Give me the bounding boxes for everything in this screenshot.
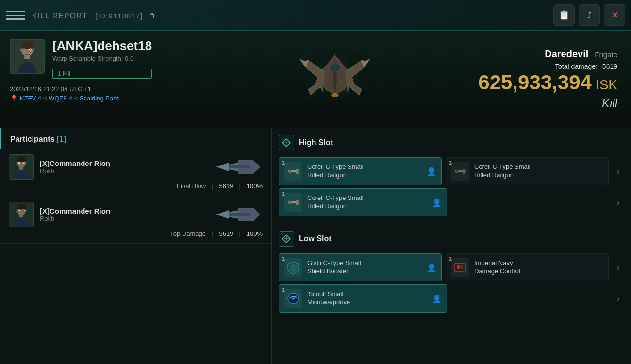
railgun-icon-1b: [451, 162, 469, 181]
svg-point-10: [30, 49, 31, 50]
participant-bottom-1: Final Blow | 5619 | 100%: [9, 182, 263, 190]
ship-type-line: Daredevil Frigate: [545, 49, 617, 60]
svg-point-32: [16, 209, 18, 212]
low-slot-header: Low Slot: [279, 229, 624, 248]
low-slot-item-1[interactable]: 1 Gistii C-Type SmallShield Booster 👤: [279, 253, 442, 281]
high-slot-row-1: 1 Coreli C-Type SmallRifled Railgun 👤: [279, 157, 624, 185]
timestamp: 2023/12/16 21:22:04 UTC +1: [10, 85, 214, 93]
outcome-label: Kill: [602, 97, 617, 110]
close-button[interactable]: ✕: [604, 4, 625, 26]
svg-rect-6: [21, 44, 33, 49]
participant-info-1: [X]Commander Rion Rokh: [40, 159, 208, 175]
svg-point-39: [18, 210, 19, 211]
svg-rect-57: [461, 265, 463, 269]
svg-point-9: [23, 49, 25, 50]
participants-panel: Participants [1]: [0, 128, 272, 364]
svg-point-21: [25, 162, 27, 165]
svg-rect-36: [17, 206, 25, 210]
svg-point-53: [288, 201, 291, 204]
isk-value: 625,933,394: [478, 72, 592, 93]
high-slot-item-2[interactable]: 1 Coreli C-Type SmallRifled Railgun 👤: [279, 188, 447, 216]
victim-details: [ANKA]dehset18 Warp Scramble Strength: 0…: [52, 39, 152, 79]
victim-name: [ANKA]dehset18: [52, 39, 152, 53]
participant-ship-img-1: [214, 158, 263, 176]
participant-ship-img-2: [214, 205, 263, 224]
menu-button[interactable]: [6, 5, 25, 25]
high-slot-section: High Slot 1 Coreli C-Type: [272, 128, 631, 224]
location-link[interactable]: KZFV-4 < WQZ8-4 < Scalding Pass: [20, 95, 119, 102]
participants-header: Participants [1]: [0, 128, 271, 149]
pin-icon: 📍: [10, 95, 18, 102]
participant-avatar-1: [9, 154, 34, 180]
svg-rect-4: [24, 55, 30, 59]
svg-rect-24: [17, 159, 25, 162]
svg-point-15: [331, 64, 339, 69]
report-id: [ID:9110817]: [95, 12, 143, 20]
svg-point-13: [331, 93, 339, 97]
high-slot-icon: [279, 135, 294, 150]
person-icon-4: 👤: [432, 294, 442, 303]
ship-image: [282, 41, 388, 118]
svg-rect-34: [19, 215, 23, 217]
victim-avatar: [10, 39, 45, 74]
participant-info-2: [X]Commander Rion Rokh: [40, 207, 208, 222]
svg-point-20: [16, 162, 18, 165]
isk-row: 625,933,394 ISK: [478, 72, 617, 93]
svg-point-45: [288, 170, 291, 173]
high-slot-row-2: 1 Coreli C-Type SmallRifled Railgun 👤: [279, 188, 624, 216]
equipment-panel: High Slot 1 Coreli C-Type: [272, 128, 631, 364]
person-icon-2: 👤: [432, 198, 442, 207]
low-slot-section: Low Slot 1 Gistii C-Type SmallShield Boo…: [272, 224, 631, 320]
mwd-icon: [284, 289, 302, 308]
header: KILL REPORT [ID:9110817] 🗒 📋 ⤴ ✕: [0, 0, 631, 31]
low-slot-item-1b[interactable]: 1 Imperial NavyDamage Control: [446, 253, 609, 281]
railgun-icon-1: [284, 162, 302, 181]
ship-stats: Daredevil Frigate Total damage: 5619 625…: [447, 31, 631, 128]
svg-point-28: [23, 162, 24, 163]
shield-booster-icon: [284, 258, 302, 277]
svg-point-61: [293, 298, 294, 299]
participant-avatar-2: [9, 202, 34, 227]
low-slot-row-1: 1 Gistii C-Type SmallShield Booster 👤 1: [279, 253, 624, 281]
top-panel: [ANKA]dehset18 Warp Scramble Strength: 0…: [0, 31, 631, 128]
kill-badge: 1 Kill: [52, 69, 152, 79]
nav-arrow-2[interactable]: [613, 188, 624, 216]
nav-arrow-1[interactable]: [613, 157, 624, 185]
nav-arrow-4[interactable]: [613, 284, 624, 313]
svg-point-40: [23, 210, 24, 211]
page-title: KILL REPORT [ID:9110817] 🗒: [32, 9, 553, 21]
ship-area: [223, 31, 447, 128]
low-slot-row-2: 1 'Scout' SmallMicrowarpdrive 👤: [279, 284, 624, 313]
svg-rect-22: [19, 167, 23, 170]
copy-button[interactable]: 📋: [553, 4, 575, 26]
svg-point-27: [18, 162, 19, 163]
high-slot-header: High Slot: [279, 133, 624, 152]
person-icon: 👤: [427, 167, 436, 176]
participant-bottom-2: Top Damage | 5619 | 100%: [9, 230, 263, 237]
isk-unit: ISK: [596, 77, 617, 93]
high-slot-item-1b[interactable]: 1 Coreli C-Type SmallRifled Railgun: [446, 157, 609, 185]
damage-control-icon: [451, 258, 469, 277]
title-text: KILL REPORT: [32, 12, 87, 20]
header-actions: 📋 ⤴ ✕: [553, 4, 625, 26]
bottom-panels: Participants [1]: [0, 128, 631, 364]
share-button[interactable]: ⤴: [579, 4, 600, 26]
high-slot-item-1[interactable]: 1 Coreli C-Type SmallRifled Railgun 👤: [279, 157, 442, 185]
svg-rect-58: [459, 265, 459, 270]
person-icon-3: 👤: [427, 263, 436, 272]
participant-card-1: [X]Commander Rion Rokh Final Blow | 5619…: [0, 149, 271, 196]
svg-point-49: [455, 170, 458, 173]
victim-info: [ANKA]dehset18 Warp Scramble Strength: 0…: [0, 31, 223, 128]
low-slot-item-2[interactable]: 1 'Scout' SmallMicrowarpdrive 👤: [279, 284, 447, 313]
svg-rect-56: [457, 265, 460, 269]
damage-line: Total damage: 5619: [555, 63, 617, 70]
railgun-icon-2: [284, 193, 302, 212]
svg-point-33: [25, 209, 27, 212]
svg-point-11: [26, 51, 28, 53]
low-slot-icon: [279, 231, 294, 247]
location-row: 📍 KZFV-4 < WQZ8-4 < Scalding Pass: [10, 95, 214, 102]
warp-scramble: Warp Scramble Strength: 0.0: [52, 55, 152, 62]
nav-arrow-3[interactable]: [613, 253, 624, 281]
participant-card-2: [X]Commander Rion Rokh Top Damage | 5619…: [0, 196, 271, 244]
